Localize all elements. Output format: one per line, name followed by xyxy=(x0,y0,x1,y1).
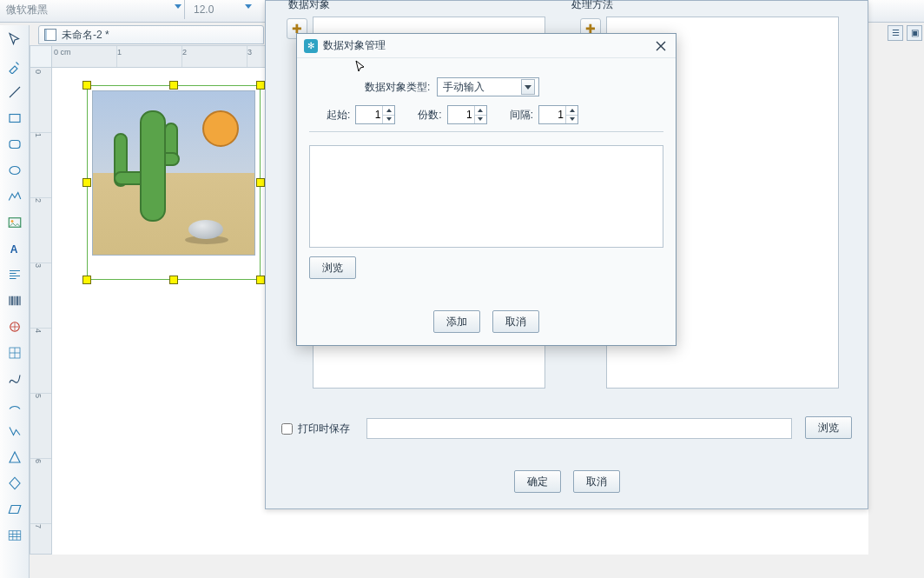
browse-path-button[interactable]: 浏览 xyxy=(805,416,852,439)
freeform-tool[interactable] xyxy=(3,420,26,442)
image-tool[interactable] xyxy=(3,211,26,234)
layers-icon[interactable]: ☰ xyxy=(888,25,903,41)
text-align-tool[interactable] xyxy=(3,263,26,286)
resize-handle[interactable] xyxy=(169,81,178,90)
curve-tool[interactable] xyxy=(3,368,26,390)
top-right-toolbar: ☰ ▣ xyxy=(888,25,924,44)
start-spinner[interactable] xyxy=(355,105,395,124)
svg-point-5 xyxy=(10,220,13,223)
ruler-v-tick: 3 xyxy=(34,263,43,268)
ruler-h-tick: 3 xyxy=(248,48,252,56)
eyedropper-tool[interactable] xyxy=(3,55,26,77)
host-dialog-buttons: 确定 取消 xyxy=(266,470,868,493)
chevron-up-icon[interactable] xyxy=(565,106,578,116)
cancel-button[interactable]: 取消 xyxy=(492,310,539,333)
host-ok-button[interactable]: 确定 xyxy=(514,470,561,493)
ruler-v-tick: 7 xyxy=(34,524,43,528)
barcode-tool[interactable] xyxy=(3,289,26,312)
parallelogram-tool[interactable] xyxy=(3,498,26,521)
ruler-v-tick: 2 xyxy=(34,198,43,203)
font-size-value: 12.0 xyxy=(194,3,214,16)
polyline-tool[interactable] xyxy=(3,185,26,208)
interval-input[interactable] xyxy=(539,106,565,123)
resize-handle[interactable] xyxy=(169,276,178,284)
marker-tool[interactable] xyxy=(3,316,26,338)
tool-palette: A xyxy=(0,25,30,578)
type-value: 手动输入 xyxy=(443,80,485,95)
type-label: 数据对象类型: xyxy=(365,80,430,95)
arc-tool[interactable] xyxy=(3,394,26,416)
chevron-down-icon xyxy=(521,79,535,95)
numeric-row: 起始: 份数: 间隔: xyxy=(327,105,578,124)
section-label-processing: 处理方法 xyxy=(571,0,613,12)
copies-spinner[interactable] xyxy=(447,105,487,124)
resize-handle[interactable] xyxy=(256,178,265,187)
type-combo[interactable]: 手动输入 xyxy=(437,77,539,96)
chevron-down-icon[interactable] xyxy=(474,116,486,124)
diamond-tool[interactable] xyxy=(3,472,26,495)
ellipse-tool[interactable] xyxy=(3,159,26,182)
close-button[interactable] xyxy=(653,38,669,54)
cactus-icon xyxy=(140,110,166,222)
app-icon: ✻ xyxy=(304,39,318,53)
chevron-up-icon[interactable] xyxy=(474,106,486,116)
copies-input[interactable] xyxy=(448,106,474,123)
chevron-down-icon xyxy=(245,4,252,9)
browse-button[interactable]: 浏览 xyxy=(309,256,356,279)
ruler-vertical: 0 1 2 3 4 5 6 7 xyxy=(30,68,52,555)
resize-handle[interactable] xyxy=(82,81,91,90)
save-on-print-row[interactable]: 打印时保存 xyxy=(281,422,350,436)
document-title: 未命名-2 * xyxy=(62,28,109,43)
svg-rect-2 xyxy=(10,141,20,149)
ruler-h-tick: 2 xyxy=(182,48,187,56)
interval-label: 间隔: xyxy=(510,108,533,123)
interval-spinner[interactable] xyxy=(538,105,578,124)
text-tool[interactable]: A xyxy=(3,237,26,260)
page-icon xyxy=(44,29,56,41)
triangle-tool[interactable] xyxy=(3,446,26,468)
dialog-title: 数据对象管理 xyxy=(323,38,386,53)
cursor-icon xyxy=(354,60,368,77)
ruler-v-tick: 6 xyxy=(34,459,43,463)
data-object-manager-dialog: ✻ 数据对象管理 数据对象类型: 手动输入 起始: 份数: 间隔: xyxy=(296,33,676,346)
rock-icon xyxy=(188,220,223,239)
svg-line-0 xyxy=(10,87,20,97)
grid-tool[interactable] xyxy=(3,342,26,364)
line-tool[interactable] xyxy=(3,81,26,103)
chevron-down-icon[interactable] xyxy=(565,116,578,124)
pointer-tool[interactable] xyxy=(3,29,26,51)
resize-handle[interactable] xyxy=(256,81,265,90)
rect-tool[interactable] xyxy=(3,107,26,130)
add-button[interactable]: 添加 xyxy=(433,310,480,333)
data-textarea[interactable] xyxy=(309,145,663,248)
ruler-h-tick: 0 cm xyxy=(54,48,71,56)
save-path-field[interactable] xyxy=(366,418,792,439)
type-row: 数据对象类型: 手动输入 xyxy=(365,77,539,96)
ruler-v-tick: 4 xyxy=(34,329,43,333)
start-input[interactable] xyxy=(356,106,382,123)
font-name-combo[interactable]: 微软雅黑 xyxy=(3,0,185,19)
chevron-down-icon xyxy=(175,4,182,9)
font-size-combo[interactable]: 12.0 xyxy=(194,0,254,19)
close-icon xyxy=(656,41,666,51)
svg-text:A: A xyxy=(10,243,17,256)
svg-point-3 xyxy=(10,167,20,175)
dialog-titlebar[interactable]: ✻ 数据对象管理 xyxy=(297,34,676,58)
save-on-print-checkbox[interactable] xyxy=(281,423,293,435)
document-tab[interactable]: 未命名-2 * xyxy=(38,25,264,44)
dialog-button-row: 添加 取消 xyxy=(297,310,676,333)
table-tool[interactable] xyxy=(3,524,26,547)
resize-handle[interactable] xyxy=(82,276,91,284)
chevron-up-icon[interactable] xyxy=(382,106,394,116)
host-cancel-button[interactable]: 取消 xyxy=(573,470,620,493)
ruler-h-tick: 1 xyxy=(117,48,122,56)
selected-image-object[interactable] xyxy=(87,85,261,280)
ruler-v-tick: 0 xyxy=(34,70,43,74)
chevron-down-icon[interactable] xyxy=(382,116,394,124)
placed-image[interactable] xyxy=(92,90,255,256)
rounded-rect-tool[interactable] xyxy=(3,133,26,156)
resize-handle[interactable] xyxy=(256,276,265,284)
align-icon[interactable]: ▣ xyxy=(907,25,922,41)
font-name-value: 微软雅黑 xyxy=(6,3,48,16)
resize-handle[interactable] xyxy=(82,178,91,187)
